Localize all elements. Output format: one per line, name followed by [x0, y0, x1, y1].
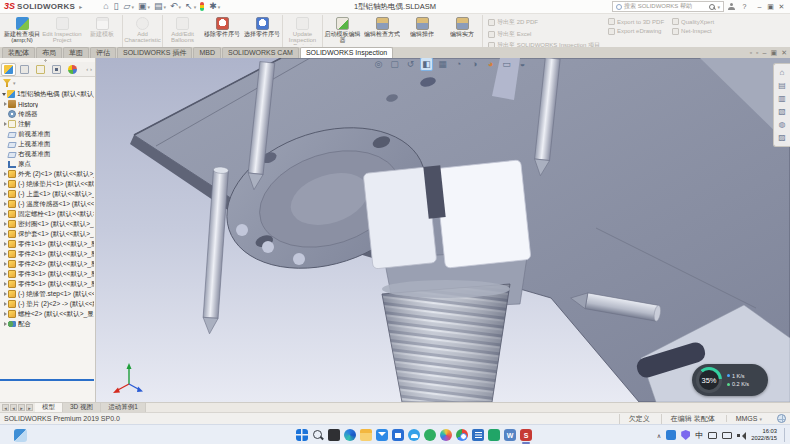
- tree-item[interactable]: 密封圈<1> (默认<<默认>_显示状: [0, 219, 94, 229]
- panel-tab[interactable]: [1, 63, 16, 76]
- tab-scroll-arrow-icon[interactable]: ◂: [2, 404, 9, 411]
- close-button[interactable]: ✕: [776, 3, 787, 11]
- mail-icon[interactable]: [376, 429, 388, 441]
- design-library-icon[interactable]: ▤: [778, 81, 786, 90]
- taskbar-search-icon[interactable]: [312, 429, 324, 441]
- start-button[interactable]: [296, 429, 308, 441]
- store-icon[interactable]: [392, 429, 404, 441]
- ribbon-tab[interactable]: 装配体: [2, 47, 35, 58]
- expand-arrow-icon[interactable]: [2, 231, 8, 237]
- dropdown-caret-icon[interactable]: ▾: [194, 4, 197, 10]
- expand-arrow-icon[interactable]: [2, 321, 8, 327]
- touch-keyboard-icon[interactable]: [708, 432, 717, 439]
- tree-item[interactable]: 螺栓<2> (默认<<默认>_显示状态: [0, 309, 94, 319]
- display-style-icon[interactable]: ◔: [452, 58, 465, 71]
- tree-item[interactable]: (-) 绝缘管.step<1> (默认<<默认>_: [0, 289, 94, 299]
- ribbon-tab[interactable]: MBD: [193, 47, 221, 58]
- status-segment[interactable]: 在编辑 装配体: [661, 414, 726, 424]
- tree-item[interactable]: 右视基准面: [0, 149, 94, 159]
- expand-arrow-icon[interactable]: [2, 161, 8, 167]
- cad-model-3d-view[interactable]: [96, 58, 790, 402]
- tree-item[interactable]: (-) 上盖<1> (默认<<默认>_显示状: [0, 189, 94, 199]
- expand-arrow-icon[interactable]: [2, 251, 8, 257]
- document-tab[interactable]: 3D 视图: [63, 403, 101, 412]
- tree-splitter[interactable]: [0, 379, 94, 381]
- tray-expand-icon[interactable]: ∧: [657, 432, 661, 439]
- zoom-fit-icon[interactable]: ◎: [372, 58, 385, 71]
- apply-scene-icon[interactable]: ▭: [500, 58, 513, 71]
- ribbon-button[interactable]: 编辑操作: [402, 15, 442, 47]
- tab-scroll-arrow-icon[interactable]: ◂: [10, 404, 17, 411]
- status-segment[interactable]: 欠定义: [619, 414, 661, 424]
- appearances-icon[interactable]: ◍: [779, 120, 786, 129]
- expand-arrow-icon[interactable]: [2, 101, 8, 107]
- tree-item[interactable]: (-) 垫片 (2)<2> -> (默认<<默认>_: [0, 299, 94, 309]
- doc-minimize-button[interactable]: –: [763, 48, 767, 57]
- ribbon-button[interactable]: 新建模板: [82, 15, 122, 47]
- tree-item[interactable]: 零件5<1> (默认<<默认>_显示状态: [0, 279, 94, 289]
- expand-arrow-icon[interactable]: [2, 301, 8, 307]
- status-segment[interactable]: MMGS ▾: [726, 415, 771, 422]
- ribbon-tab[interactable]: 草图: [63, 47, 89, 58]
- tree-item[interactable]: 零件2<2> (默认<<默认>_显示状态: [0, 259, 94, 269]
- select-icon[interactable]: ↖ ▾: [184, 2, 197, 11]
- solidworks-resources-icon[interactable]: ⌂: [780, 68, 785, 77]
- tree-item[interactable]: 传感器: [0, 109, 94, 119]
- writer-app-icon[interactable]: W: [504, 429, 516, 441]
- ribbon-button[interactable]: 启动模板编辑器: [322, 15, 362, 47]
- performance-overlay[interactable]: 35% 1 K/s 0.2 K/s: [692, 364, 768, 396]
- panel-tabs-overflow[interactable]: ‹ ›: [86, 66, 94, 72]
- expand-arrow-icon[interactable]: [2, 311, 8, 317]
- panel-tab[interactable]: [17, 63, 32, 76]
- clock[interactable]: 16:03 2022/8/15: [751, 428, 777, 442]
- tree-item[interactable]: 前视基准面: [0, 129, 94, 139]
- tree-item[interactable]: 零件1<1> (默认<<默认>_显示状态: [0, 239, 94, 249]
- dropdown-caret-icon[interactable]: ▾: [164, 4, 167, 10]
- dropdown-caret-icon[interactable]: ▾: [147, 4, 150, 10]
- security-app-icon[interactable]: [440, 429, 452, 441]
- tree-item[interactable]: 零件2<1> (默认<<默认>_显示状态: [0, 249, 94, 259]
- search-icon[interactable]: [709, 4, 715, 10]
- widgets-icon[interactable]: [14, 429, 27, 442]
- ribbon-tab[interactable]: SOLIDWORKS 插件: [117, 47, 192, 58]
- dictionary-app-icon[interactable]: [472, 429, 484, 441]
- expand-arrow-icon[interactable]: [2, 201, 8, 207]
- panel-tab[interactable]: [33, 63, 48, 76]
- tree-item[interactable]: History: [0, 99, 94, 109]
- cloud-app-icon[interactable]: [408, 429, 420, 441]
- expand-arrow-icon[interactable]: [2, 181, 8, 187]
- ribbon-button[interactable]: 移除零件序号: [202, 15, 242, 47]
- tree-item[interactable]: 外壳 (2)<1> (默认<<默认>_显示状: [0, 169, 94, 179]
- tab-scroll-arrow-icon[interactable]: ▸: [18, 404, 25, 411]
- ribbon-button[interactable]: 选择零件序号: [242, 15, 282, 47]
- ribbon-button[interactable]: 新建检查项目 (amp;N): [2, 15, 42, 47]
- edge-icon[interactable]: [344, 429, 356, 441]
- tree-item[interactable]: (-) 绝缘垫片<1> (默认<<默认>_显示状: [0, 179, 94, 189]
- panel-tab[interactable]: [49, 63, 64, 76]
- ribbon-tab[interactable]: 布局: [36, 47, 62, 58]
- tree-item[interactable]: 上视基准面: [0, 139, 94, 149]
- restore-button[interactable]: ▣: [765, 3, 776, 11]
- doc-tile-icon[interactable]: ▫: [756, 48, 758, 57]
- search-caret-icon[interactable]: ▾: [717, 4, 720, 10]
- tree-item[interactable]: 注解: [0, 119, 94, 129]
- display-icon[interactable]: [722, 432, 732, 439]
- doc-restore-button[interactable]: ▣: [771, 48, 778, 57]
- filter-icon[interactable]: [3, 79, 11, 87]
- previous-view-icon[interactable]: ↺: [404, 58, 417, 71]
- edit-appearance-icon[interactable]: ◕: [484, 58, 497, 71]
- chrome-icon[interactable]: [456, 429, 468, 441]
- doc-close-button[interactable]: ✕: [781, 48, 787, 57]
- zoom-area-icon[interactable]: ▢: [388, 58, 401, 71]
- document-tab[interactable]: 模型: [35, 403, 63, 412]
- dropdown-caret-icon[interactable]: ▾: [131, 4, 134, 10]
- globe-icon[interactable]: [777, 414, 786, 423]
- file-explorer-taskbar-icon[interactable]: [360, 429, 372, 441]
- logo-expand-arrow-icon[interactable]: ▸: [79, 3, 82, 10]
- expand-arrow-icon[interactable]: [2, 271, 8, 277]
- tree-root-item[interactable]: 1型铝轴热电偶 (默认<默认_显示状态-1>: [0, 89, 94, 99]
- panel-tab[interactable]: [65, 63, 80, 76]
- expand-arrow-icon[interactable]: [2, 241, 8, 247]
- view-settings-icon[interactable]: ◒: [516, 58, 529, 71]
- task-view-icon[interactable]: [328, 429, 340, 441]
